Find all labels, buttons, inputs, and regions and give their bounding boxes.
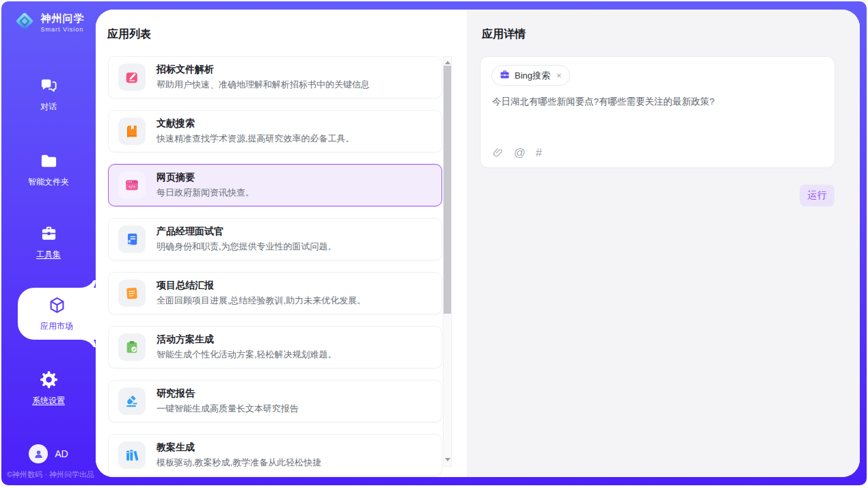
app-list-title: 应用列表 <box>107 27 151 42</box>
sidebar: 神州问学 Smart Vision 对话智能文件夹工具集应用市场系统设置 AD … <box>1 1 96 485</box>
sidebar-item-对话[interactable]: 对话 <box>1 77 96 113</box>
app-card-title: 网页摘要 <box>157 172 254 184</box>
sidebar-item-label: 智能文件夹 <box>1 176 96 188</box>
app-card-招标文件解析[interactable]: 招标文件解析帮助用户快速、准确地理解和解析招标书中的关键信息 <box>108 56 442 98</box>
notepad-icon <box>118 280 146 307</box>
folder-icon <box>40 161 58 172</box>
browser-icon: </> <box>118 172 146 199</box>
diamond-logo-icon <box>13 10 36 36</box>
app-card-研究报告[interactable]: 研究报告一键智能生成高质量长文本研究报告 <box>108 380 442 422</box>
app-detail-title: 应用详情 <box>482 27 526 42</box>
brand-subtitle: Smart Vision <box>41 26 85 33</box>
svg-text:</>: </> <box>128 185 136 189</box>
books-icon <box>118 442 146 469</box>
app-card-产品经理面试官[interactable]: 产品经理面试官明确身份和职责,为您提供专业性的面试问题。 <box>108 218 442 260</box>
hash-icon[interactable]: # <box>536 147 542 159</box>
app-card-title: 活动方案生成 <box>157 334 337 346</box>
user-name: AD <box>55 448 68 459</box>
cube-icon <box>48 296 66 317</box>
app-card-title: 项目总结汇报 <box>157 280 366 292</box>
chat-icon <box>40 85 58 97</box>
app-card-文献搜索[interactable]: 文献搜索快速精准查找学术资源,提高研究效率的必备工具。 <box>108 110 442 152</box>
app-card-description: 快速精准查找学术资源,提高研究效率的必备工具。 <box>157 133 355 145</box>
sidebar-item-智能文件夹[interactable]: 智能文件夹 <box>1 152 96 188</box>
tool-chip-label: Bing搜索 <box>515 70 550 82</box>
scrollbar[interactable] <box>443 56 452 467</box>
app-card-title: 产品经理面试官 <box>157 226 337 238</box>
at-icon[interactable]: @ <box>514 147 526 159</box>
bid-edit-icon <box>118 64 146 91</box>
brand-logo: 神州问学 Smart Vision <box>1 10 96 36</box>
sidebar-item-label: 系统设置 <box>1 395 96 407</box>
app-card-项目总结汇报[interactable]: 项目总结汇报全面回顾项目进展,总结经验教训,助力未来优化发展。 <box>108 272 442 314</box>
sidebar-item-label: 对话 <box>1 101 96 113</box>
app-card-网页摘要[interactable]: </>网页摘要每日政府新闻资讯快查。 <box>108 164 442 206</box>
copyright-text: ©神州数码 · 神州问学出品 <box>7 470 94 480</box>
toolbox-icon <box>40 233 58 245</box>
app-card-description: 模板驱动,教案秒成,教学准备从此轻松快捷 <box>157 457 321 469</box>
app-card-title: 招标文件解析 <box>157 64 370 76</box>
book-icon <box>118 118 146 145</box>
app-window: 神州问学 Smart Vision 对话智能文件夹工具集应用市场系统设置 AD … <box>1 1 867 485</box>
app-card-description: 帮助用户快速、准确地理解和解析招标书中的关键信息 <box>157 79 370 91</box>
app-card-活动方案生成[interactable]: 活动方案生成智能生成个性化活动方案,轻松解决规划难题。 <box>108 326 442 368</box>
sidebar-item-label: 应用市场 <box>40 321 73 332</box>
microscope-icon <box>118 388 146 415</box>
app-detail-panel: 应用详情 Bing搜索 × 今日湖北有哪些新闻要点?有哪些需要关注的最新政策? … <box>467 10 860 477</box>
prompt-card: Bing搜索 × 今日湖北有哪些新闻要点?有哪些需要关注的最新政策? @# <box>480 56 835 168</box>
close-icon[interactable]: × <box>556 71 562 80</box>
paperclip-icon[interactable] <box>492 147 504 159</box>
app-card-description: 智能生成个性化活动方案,轻松解决规划难题。 <box>157 349 337 361</box>
interviewer-icon <box>118 226 146 253</box>
app-card-description: 全面回顾项目进展,总结经验教训,助力未来优化发展。 <box>157 295 366 307</box>
person-icon <box>29 444 48 463</box>
clipboard-icon <box>118 334 146 361</box>
user-account[interactable]: AD <box>1 444 96 463</box>
app-card-title: 文献搜索 <box>157 118 355 130</box>
app-card-description: 每日政府新闻资讯快查。 <box>157 187 254 199</box>
app-card-title: 研究报告 <box>157 388 299 400</box>
gear-icon <box>40 379 58 391</box>
app-card-description: 一键智能生成高质量长文本研究报告 <box>157 403 299 415</box>
app-card-description: 明确身份和职责,为您提供专业性的面试问题。 <box>157 241 337 253</box>
main-content: 应用列表 招标文件解析帮助用户快速、准确地理解和解析招标书中的关键信息文献搜索快… <box>96 10 860 477</box>
sidebar-item-工具集[interactable]: 工具集 <box>1 224 96 260</box>
sidebar-item-系统设置[interactable]: 系统设置 <box>1 370 96 407</box>
query-input[interactable]: 今日湖北有哪些新闻要点?有哪些需要关注的最新政策? <box>492 95 821 109</box>
scroll-down-arrow-icon[interactable] <box>444 455 451 463</box>
sidebar-item-label: 工具集 <box>1 249 96 260</box>
app-card-title: 教案生成 <box>157 442 321 454</box>
app-card-教案生成[interactable]: 教案生成模板驱动,教案秒成,教学准备从此轻松快捷 <box>108 434 442 476</box>
run-button[interactable]: 运行 <box>800 185 835 206</box>
brand-name: 神州问学 <box>41 12 85 25</box>
tool-chip-bing-search[interactable]: Bing搜索 × <box>491 65 570 86</box>
briefcase-icon <box>500 69 510 82</box>
input-toolbar: @# <box>492 147 542 159</box>
scrollbar-thumb[interactable] <box>444 66 451 314</box>
sidebar-item-应用市场[interactable]: 应用市场 <box>18 288 96 340</box>
app-list: 招标文件解析帮助用户快速、准确地理解和解析招标书中的关键信息文献搜索快速精准查找… <box>108 56 442 477</box>
app-list-panel: 应用列表 招标文件解析帮助用户快速、准确地理解和解析招标书中的关键信息文献搜索快… <box>96 10 467 477</box>
